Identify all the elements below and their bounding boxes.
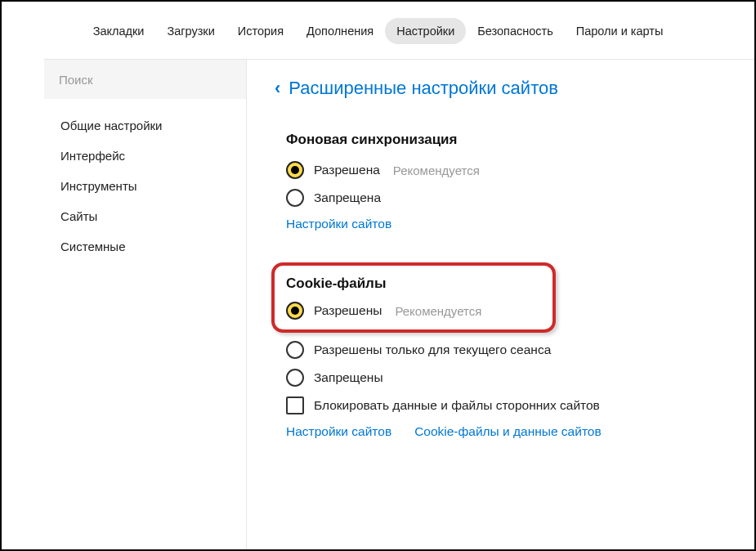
search-input[interactable] — [59, 73, 231, 87]
nav-downloads[interactable]: Загрузки — [155, 18, 226, 44]
main-panel: ‹ Расширенные настройки сайтов Фоновая с… — [247, 59, 754, 551]
recommended-label: Рекомендуется — [395, 304, 481, 318]
section-bg-sync: Фоновая синхронизация Разрешена Рекоменд… — [286, 132, 754, 231]
radio-icon[interactable] — [286, 369, 304, 387]
option-label: Запрещена — [314, 190, 381, 205]
bg-sync-title: Фоновая синхронизация — [286, 132, 754, 148]
sidebar-item-system[interactable]: Системные — [44, 231, 246, 262]
sidebar-item-interface[interactable]: Интерфейс — [44, 141, 246, 171]
bg-sync-site-settings-link[interactable]: Настройки сайтов — [286, 217, 391, 231]
bg-sync-option-blocked[interactable]: Запрещена — [286, 189, 754, 207]
cookies-data-link[interactable]: Cookie-файлы и данные сайтов — [414, 424, 602, 439]
cookies-option-session[interactable]: Разрешены только для текущего сеанса — [286, 341, 754, 359]
nav-security[interactable]: Безопасность — [466, 18, 565, 44]
sidebar-item-sites[interactable]: Сайты — [44, 201, 246, 231]
sidebar-item-tools[interactable]: Инструменты — [44, 171, 246, 201]
radio-icon[interactable] — [286, 189, 304, 207]
checkbox-icon[interactable] — [286, 396, 304, 414]
top-nav: Закладки Загрузки История Дополнения Нас… — [2, 2, 754, 59]
nav-bookmarks[interactable]: Закладки — [82, 18, 156, 44]
radio-icon[interactable] — [286, 161, 304, 179]
cookies-option-blocked[interactable]: Запрещены — [286, 369, 754, 387]
cookies-block-third-party[interactable]: Блокировать данные и файлы сторонних сай… — [286, 396, 754, 414]
radio-icon[interactable] — [286, 302, 304, 320]
nav-passwords[interactable]: Пароли и карты — [565, 18, 675, 44]
nav-addons[interactable]: Дополнения — [295, 18, 385, 44]
cookies-option-allowed[interactable]: Разрешены Рекомендуется — [286, 302, 552, 320]
sidebar: Общие настройки Интерфейс Инструменты Са… — [44, 59, 247, 551]
breadcrumb-back[interactable]: ‹ Расширенные настройки сайтов — [275, 78, 754, 99]
bg-sync-option-allowed[interactable]: Разрешена Рекомендуется — [286, 161, 754, 179]
checkbox-label: Блокировать данные и файлы сторонних сай… — [314, 398, 600, 413]
nav-history[interactable]: История — [226, 18, 295, 44]
sidebar-item-general[interactable]: Общие настройки — [44, 110, 246, 141]
option-label: Разрешены — [314, 303, 382, 318]
recommended-label: Рекомендуется — [393, 164, 480, 177]
cookies-title: Cookie-файлы — [286, 276, 552, 292]
cookies-highlight: Cookie-файлы Разрешены Рекомендуется — [271, 262, 556, 333]
option-label: Запрещены — [314, 370, 383, 385]
breadcrumb-title: Расширенные настройки сайтов — [289, 78, 558, 99]
cookies-site-settings-link[interactable]: Настройки сайтов — [286, 424, 391, 439]
section-cookies: Cookie-файлы Разрешены Рекомендуется Раз… — [286, 262, 754, 439]
option-label: Разрешены только для текущего сеанса — [314, 343, 551, 357]
nav-settings[interactable]: Настройки — [385, 18, 466, 44]
option-label: Разрешена — [314, 163, 380, 177]
sidebar-search[interactable] — [44, 60, 246, 99]
chevron-left-icon: ‹ — [275, 78, 280, 99]
radio-icon[interactable] — [286, 341, 304, 359]
